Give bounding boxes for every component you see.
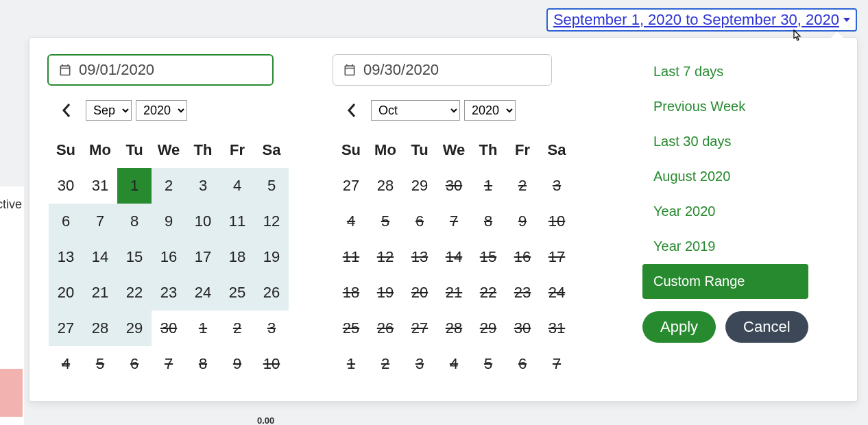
calendar-day[interactable]: 2 bbox=[368, 346, 402, 382]
range-preset[interactable]: Custom Range bbox=[642, 264, 808, 299]
calendar-day[interactable]: 28 bbox=[437, 311, 471, 346]
calendar-day[interactable]: 4 bbox=[334, 204, 368, 239]
calendar-day[interactable]: 15 bbox=[471, 239, 505, 275]
calendar-day[interactable]: 25 bbox=[334, 311, 368, 346]
calendar-day[interactable]: 27 bbox=[334, 168, 368, 204]
calendar-day[interactable]: 15 bbox=[117, 239, 152, 275]
calendar-day[interactable]: 7 bbox=[152, 346, 186, 382]
month-select-right[interactable]: Oct bbox=[371, 100, 460, 121]
prev-month-left-button[interactable] bbox=[54, 98, 79, 123]
calendar-day[interactable]: 8 bbox=[186, 346, 220, 382]
calendar-day[interactable]: 5 bbox=[83, 346, 117, 382]
range-preset[interactable]: Previous Week bbox=[642, 89, 839, 124]
calendar-day[interactable]: 21 bbox=[83, 275, 117, 311]
calendar-day[interactable]: 23 bbox=[505, 275, 540, 311]
calendar-day[interactable]: 6 bbox=[49, 204, 83, 239]
calendar-day[interactable]: 28 bbox=[83, 311, 117, 346]
calendar-day[interactable]: 3 bbox=[540, 168, 574, 204]
calendar-day[interactable]: 4 bbox=[49, 346, 83, 382]
calendar-day[interactable]: 3 bbox=[402, 346, 437, 382]
calendar-day[interactable]: 10 bbox=[254, 346, 289, 382]
calendar-day[interactable]: 12 bbox=[368, 239, 402, 275]
calendar-day[interactable]: 26 bbox=[254, 275, 289, 311]
range-preset[interactable]: Last 7 days bbox=[642, 54, 839, 89]
calendar-day[interactable]: 27 bbox=[402, 311, 437, 346]
calendar-day[interactable]: 7 bbox=[437, 204, 471, 239]
calendar-day[interactable]: 30 bbox=[49, 168, 83, 204]
calendar-day[interactable]: 1 bbox=[186, 311, 220, 346]
calendar-day[interactable]: 6 bbox=[402, 204, 437, 239]
calendar-day[interactable]: 23 bbox=[152, 275, 186, 311]
calendar-day[interactable]: 22 bbox=[117, 275, 152, 311]
calendar-day[interactable]: 18 bbox=[334, 275, 368, 311]
year-select-right[interactable]: 2020 bbox=[464, 100, 516, 121]
end-date-input[interactable]: 09/30/2020 bbox=[333, 54, 552, 86]
calendar-day[interactable]: 7 bbox=[540, 346, 574, 382]
calendar-day[interactable]: 26 bbox=[368, 311, 402, 346]
calendar-day[interactable]: 6 bbox=[117, 346, 152, 382]
calendar-day[interactable]: 31 bbox=[83, 168, 117, 204]
calendar-day[interactable]: 11 bbox=[334, 239, 368, 275]
calendar-day[interactable]: 9 bbox=[152, 204, 186, 239]
calendar-day[interactable]: 1 bbox=[471, 168, 505, 204]
calendar-day[interactable]: 30 bbox=[505, 311, 540, 346]
calendar-day[interactable]: 29 bbox=[471, 311, 505, 346]
calendar-day[interactable]: 19 bbox=[254, 239, 289, 275]
start-date-input[interactable]: 09/01/2020 bbox=[47, 54, 274, 86]
calendar-day[interactable]: 20 bbox=[49, 275, 83, 311]
calendar-day[interactable]: 4 bbox=[437, 346, 471, 382]
cancel-button[interactable]: Cancel bbox=[725, 311, 808, 343]
calendar-day[interactable]: 14 bbox=[437, 239, 471, 275]
calendar-day[interactable]: 13 bbox=[49, 239, 83, 275]
calendar-day[interactable]: 24 bbox=[186, 275, 220, 311]
calendar-day[interactable]: 5 bbox=[471, 346, 505, 382]
calendar-day[interactable]: 5 bbox=[254, 168, 289, 204]
calendar-day[interactable]: 30 bbox=[152, 311, 186, 346]
calendar-day[interactable]: 13 bbox=[402, 239, 437, 275]
date-range-trigger[interactable]: September 1, 2020 to September 30, 2020 bbox=[546, 8, 857, 32]
calendar-day[interactable]: 18 bbox=[220, 239, 254, 275]
year-select-left[interactable]: 2020 bbox=[136, 100, 187, 121]
calendar-day[interactable]: 8 bbox=[117, 204, 152, 239]
calendar-day[interactable]: 4 bbox=[220, 168, 254, 204]
calendar-day[interactable]: 10 bbox=[186, 204, 220, 239]
prev-month-right-button[interactable] bbox=[339, 98, 364, 123]
calendar-day[interactable]: 24 bbox=[540, 275, 574, 311]
calendar-day[interactable]: 1 bbox=[334, 346, 368, 382]
calendar-day[interactable]: 20 bbox=[402, 275, 437, 311]
calendar-day[interactable]: 8 bbox=[471, 204, 505, 239]
calendar-day[interactable]: 6 bbox=[505, 346, 540, 382]
calendar-day[interactable]: 16 bbox=[505, 239, 540, 275]
calendar-day[interactable]: 10 bbox=[540, 204, 574, 239]
range-preset[interactable]: Year 2020 bbox=[642, 194, 839, 229]
calendar-day[interactable]: 1 bbox=[117, 168, 152, 204]
calendar-day[interactable]: 5 bbox=[368, 204, 402, 239]
calendar-day[interactable]: 17 bbox=[186, 239, 220, 275]
calendar-day[interactable]: 3 bbox=[254, 311, 289, 346]
calendar-day[interactable]: 28 bbox=[368, 168, 402, 204]
range-preset[interactable]: Last 30 days bbox=[642, 124, 839, 159]
calendar-day[interactable]: 19 bbox=[368, 275, 402, 311]
calendar-day[interactable]: 21 bbox=[437, 275, 471, 311]
calendar-day[interactable]: 3 bbox=[186, 168, 220, 204]
calendar-day[interactable]: 2 bbox=[152, 168, 186, 204]
calendar-day[interactable]: 2 bbox=[220, 311, 254, 346]
calendar-day[interactable]: 25 bbox=[220, 275, 254, 311]
calendar-day[interactable]: 7 bbox=[83, 204, 117, 239]
calendar-day[interactable]: 11 bbox=[220, 204, 254, 239]
calendar-day[interactable]: 17 bbox=[540, 239, 574, 275]
calendar-day[interactable]: 30 bbox=[437, 168, 471, 204]
calendar-day[interactable]: 14 bbox=[83, 239, 117, 275]
calendar-day[interactable]: 29 bbox=[117, 311, 152, 346]
calendar-day[interactable]: 9 bbox=[505, 204, 540, 239]
apply-button[interactable]: Apply bbox=[642, 311, 716, 343]
calendar-day[interactable]: 16 bbox=[152, 239, 186, 275]
calendar-day[interactable]: 27 bbox=[49, 311, 83, 346]
month-select-left[interactable]: Sep bbox=[86, 100, 132, 121]
calendar-day[interactable]: 12 bbox=[254, 204, 289, 239]
range-preset[interactable]: August 2020 bbox=[642, 159, 839, 194]
calendar-day[interactable]: 22 bbox=[471, 275, 505, 311]
calendar-day[interactable]: 9 bbox=[220, 346, 254, 382]
calendar-day[interactable]: 29 bbox=[402, 168, 437, 204]
range-preset[interactable]: Year 2019 bbox=[642, 229, 839, 264]
